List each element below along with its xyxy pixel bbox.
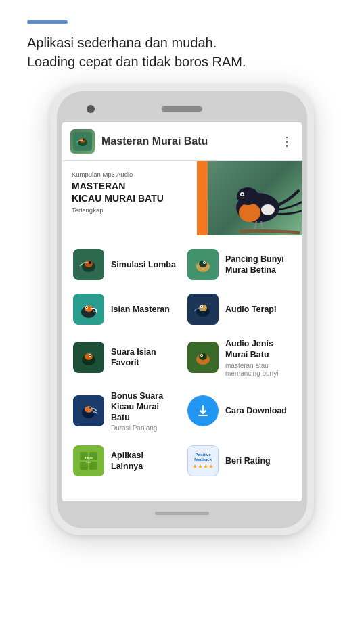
svg-point-15 [89, 261, 91, 264]
cara-download-icon [187, 395, 219, 426]
bird-illustration [210, 164, 302, 235]
suara-isian-favorit-icon [73, 342, 104, 373]
phone-inner: Masteran Murai Batu ⋮ Kumpulan Mp3 Audio… [57, 91, 307, 528]
app-bar-title: Masteran Murai Batu [101, 135, 281, 148]
pancing-bunyi-text: Pancing Bunyi Murai Betina [225, 254, 291, 276]
list-item[interactable]: Audio Terapi [182, 287, 296, 332]
hero-image-area [197, 161, 302, 235]
hero-stripe [197, 161, 208, 235]
cara-download-text: Cara Download [225, 405, 287, 416]
pancing-bunyi-icon [187, 249, 219, 280]
isian-masteran-icon [73, 294, 104, 325]
hero-text-area: Kumpulan Mp3 Audio MASTERAN KICAU MURAI … [62, 161, 197, 235]
home-indicator [155, 512, 209, 515]
beri-rating-text: Beri Rating [225, 455, 271, 466]
aplikasi-lainnya-text: Aplikasi Lainnya [111, 450, 177, 472]
svg-point-38 [199, 353, 207, 360]
stars-display: ★★★★ [192, 463, 214, 470]
bonus-suara-icon [73, 395, 104, 426]
svg-point-40 [201, 355, 202, 356]
cara-download-label: Cara Download [225, 405, 287, 416]
svg-point-30 [201, 306, 202, 307]
more-button[interactable]: ⋮ [281, 134, 294, 149]
list-item[interactable]: Pancing Bunyi Murai Betina [182, 242, 296, 287]
svg-point-6 [261, 204, 275, 215]
svg-point-18 [199, 261, 207, 267]
svg-point-35 [89, 355, 91, 356]
list-item[interactable]: Adnan Labs Aplikasi Lainnya [68, 438, 182, 483]
svg-point-33 [85, 353, 93, 360]
isian-masteran-label: Isian Masteran [111, 304, 170, 315]
isian-masteran-text: Isian Masteran [111, 304, 170, 315]
hero-subtitle: Terlengkap [72, 206, 187, 214]
bonus-suara-text: Bonus Suara Kicau Murai Batu Durasi Panj… [111, 390, 177, 432]
speaker-slot [162, 106, 202, 112]
aplikasi-lainnya-icon: Adnan Labs [73, 445, 104, 476]
svg-point-25 [86, 307, 87, 308]
beri-rating-label: Beri Rating [225, 455, 271, 466]
simulasi-lomba-icon [73, 249, 104, 280]
svg-text:Labs: Labs [86, 461, 91, 464]
list-item[interactable]: Isian Masteran [68, 287, 182, 332]
tagline-line1: Aplikasi sederhana dan mudah. [27, 35, 217, 50]
app-bar: Masteran Murai Batu ⋮ [62, 122, 302, 161]
pancing-bunyi-label: Pancing Bunyi Murai Betina [225, 254, 291, 276]
aplikasi-lainnya-label: Aplikasi Lainnya [111, 450, 177, 472]
svg-point-20 [204, 262, 205, 263]
hero-title: MASTERAN KICAU MURAI BATU [72, 181, 187, 204]
audio-jenis-murai-icon [187, 342, 219, 373]
phone-top-bar [62, 97, 302, 121]
camera-dot [87, 105, 95, 113]
simulasi-lomba-label: Simulasi Lomba [111, 259, 176, 270]
phone-screen: Masteran Murai Batu ⋮ Kumpulan Mp3 Audio… [62, 122, 302, 501]
list-item[interactable]: Positive feedback ★★★★ Beri Rating [182, 438, 296, 483]
svg-point-43 [85, 406, 93, 413]
accent-bar [27, 20, 68, 24]
svg-point-45 [89, 407, 91, 409]
suara-isian-favorit-label: Suara Isian Favorit [111, 346, 177, 369]
hero-banner: Kumpulan Mp3 Audio MASTERAN KICAU MURAI … [62, 161, 302, 235]
top-section: Aplikasi sederhana dan mudah. Loading ce… [14, 20, 350, 71]
list-item[interactable]: Audio Jenis Murai Batu masteran atau mem… [182, 332, 296, 384]
audio-jenis-murai-sub: masteran atau memancing bunyi [225, 362, 291, 377]
audio-terapi-label: Audio Terapi [225, 304, 276, 315]
audio-terapi-icon [187, 294, 219, 325]
feedback-label-small: Positive feedback [189, 453, 217, 462]
tagline-line2: Loading cepat dan tidak boros RAM. [27, 54, 246, 69]
tagline: Aplikasi sederhana dan mudah. Loading ce… [27, 33, 337, 71]
svg-point-9 [242, 194, 244, 196]
list-item[interactable]: Bonus Suara Kicau Murai Batu Durasi Panj… [68, 384, 182, 439]
audio-terapi-text: Audio Terapi [225, 304, 276, 315]
svg-point-3 [83, 138, 85, 140]
audio-jenis-murai-label: Audio Jenis Murai Batu [225, 338, 291, 361]
audio-jenis-murai-text: Audio Jenis Murai Batu masteran atau mem… [225, 338, 291, 377]
beri-rating-icon: Positive feedback ★★★★ [187, 445, 219, 476]
app-bar-icon [70, 129, 95, 154]
list-item[interactable]: Simulasi Lomba [68, 242, 182, 287]
svg-point-5 [239, 203, 260, 222]
suara-isian-favorit-text: Suara Isian Favorit [111, 346, 177, 369]
svg-point-14 [85, 261, 93, 267]
list-item[interactable]: Cara Download [182, 384, 296, 439]
phone-bottom-bar [62, 503, 302, 523]
bonus-suara-sub: Durasi Panjang [111, 424, 177, 432]
list-item[interactable]: Suara Isian Favorit [68, 332, 182, 384]
bonus-suara-label: Bonus Suara Kicau Murai Batu [111, 390, 177, 424]
simulasi-lomba-text: Simulasi Lomba [111, 259, 176, 270]
phone-shell: Masteran Murai Batu ⋮ Kumpulan Mp3 Audio… [50, 85, 314, 535]
hero-label: Kumpulan Mp3 Audio [72, 171, 187, 178]
grid-section: Simulasi Lomba Pancing B [62, 235, 302, 490]
svg-text:Adnan: Adnan [85, 456, 93, 459]
svg-point-7 [237, 187, 258, 205]
